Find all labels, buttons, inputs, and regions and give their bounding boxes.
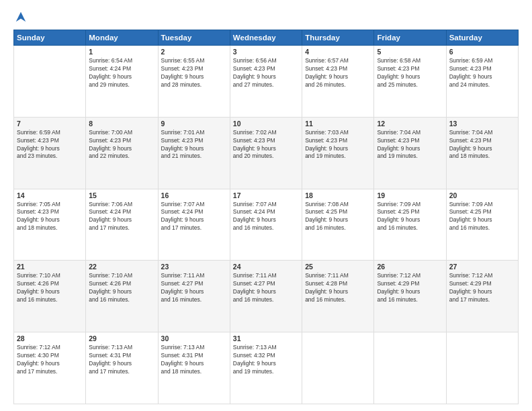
calendar-cell: 6Sunrise: 6:59 AM Sunset: 4:23 PM Daylig… [446, 46, 518, 118]
weekday-header-monday: Monday [86, 30, 158, 46]
day-number: 12 [377, 120, 443, 128]
calendar-cell: 5Sunrise: 6:58 AM Sunset: 4:23 PM Daylig… [374, 46, 446, 118]
calendar-cell: 28Sunrise: 7:12 AM Sunset: 4:30 PM Dayli… [14, 332, 86, 404]
day-number: 22 [89, 263, 154, 271]
day-number: 25 [305, 263, 371, 271]
calendar-cell: 10Sunrise: 7:02 AM Sunset: 4:23 PM Dayli… [230, 117, 302, 189]
calendar-cell: 31Sunrise: 7:13 AM Sunset: 4:32 PM Dayli… [230, 332, 302, 404]
day-info: Sunrise: 6:58 AM Sunset: 4:23 PM Dayligh… [377, 57, 443, 89]
calendar-cell: 16Sunrise: 7:07 AM Sunset: 4:24 PM Dayli… [158, 189, 230, 261]
calendar-cell: 1Sunrise: 6:54 AM Sunset: 4:24 PM Daylig… [86, 46, 158, 118]
day-info: Sunrise: 7:10 AM Sunset: 4:26 PM Dayligh… [17, 272, 83, 304]
day-info: Sunrise: 7:13 AM Sunset: 4:31 PM Dayligh… [89, 344, 154, 376]
calendar-body: 1Sunrise: 6:54 AM Sunset: 4:24 PM Daylig… [14, 46, 519, 404]
calendar-cell: 15Sunrise: 7:06 AM Sunset: 4:24 PM Dayli… [86, 189, 158, 261]
day-info: Sunrise: 7:12 AM Sunset: 4:29 PM Dayligh… [449, 272, 515, 304]
day-number: 14 [17, 191, 83, 199]
day-info: Sunrise: 6:54 AM Sunset: 4:24 PM Dayligh… [89, 57, 154, 89]
day-number: 9 [161, 120, 227, 128]
calendar-cell [446, 332, 518, 404]
logo-row [13, 11, 27, 23]
day-number: 27 [449, 263, 515, 271]
day-info: Sunrise: 7:06 AM Sunset: 4:24 PM Dayligh… [89, 201, 154, 233]
day-number: 16 [161, 191, 227, 199]
calendar-cell: 18Sunrise: 7:08 AM Sunset: 4:25 PM Dayli… [302, 189, 374, 261]
day-number: 17 [233, 191, 299, 199]
week-row-1: 7Sunrise: 6:59 AM Sunset: 4:23 PM Daylig… [14, 117, 519, 189]
calendar-cell: 30Sunrise: 7:13 AM Sunset: 4:31 PM Dayli… [158, 332, 230, 404]
day-number: 31 [233, 334, 299, 342]
weekday-header-saturday: Saturday [446, 30, 518, 46]
calendar-cell: 3Sunrise: 6:56 AM Sunset: 4:23 PM Daylig… [230, 46, 302, 118]
day-info: Sunrise: 7:12 AM Sunset: 4:30 PM Dayligh… [17, 344, 83, 376]
day-info: Sunrise: 7:11 AM Sunset: 4:28 PM Dayligh… [305, 272, 371, 304]
calendar-cell: 21Sunrise: 7:10 AM Sunset: 4:26 PM Dayli… [14, 261, 86, 332]
day-number: 18 [305, 191, 371, 199]
day-number: 3 [233, 48, 299, 56]
day-number: 4 [305, 48, 371, 56]
day-info: Sunrise: 7:05 AM Sunset: 4:23 PM Dayligh… [17, 201, 83, 233]
calendar-cell: 4Sunrise: 6:57 AM Sunset: 4:23 PM Daylig… [302, 46, 374, 118]
calendar-cell: 22Sunrise: 7:10 AM Sunset: 4:26 PM Dayli… [86, 261, 158, 332]
calendar-cell: 19Sunrise: 7:09 AM Sunset: 4:25 PM Dayli… [374, 189, 446, 261]
day-info: Sunrise: 6:59 AM Sunset: 4:23 PM Dayligh… [449, 57, 515, 89]
day-number: 26 [377, 263, 443, 271]
calendar-cell: 17Sunrise: 7:07 AM Sunset: 4:24 PM Dayli… [230, 189, 302, 261]
week-row-3: 21Sunrise: 7:10 AM Sunset: 4:26 PM Dayli… [14, 261, 519, 332]
day-info: Sunrise: 7:02 AM Sunset: 4:23 PM Dayligh… [233, 129, 299, 161]
calendar-cell: 8Sunrise: 7:00 AM Sunset: 4:23 PM Daylig… [86, 117, 158, 189]
day-info: Sunrise: 7:13 AM Sunset: 4:32 PM Dayligh… [233, 344, 299, 376]
calendar-cell: 9Sunrise: 7:01 AM Sunset: 4:23 PM Daylig… [158, 117, 230, 189]
day-number: 5 [377, 48, 443, 56]
day-info: Sunrise: 7:11 AM Sunset: 4:27 PM Dayligh… [161, 272, 227, 304]
day-number: 24 [233, 263, 299, 271]
calendar-cell: 27Sunrise: 7:12 AM Sunset: 4:29 PM Dayli… [446, 261, 518, 332]
weekday-row: SundayMondayTuesdayWednesdayThursdayFrid… [14, 30, 519, 46]
calendar-cell: 25Sunrise: 7:11 AM Sunset: 4:28 PM Dayli… [302, 261, 374, 332]
day-info: Sunrise: 7:03 AM Sunset: 4:23 PM Dayligh… [305, 129, 371, 161]
weekday-header-wednesday: Wednesday [230, 30, 302, 46]
day-number: 28 [17, 334, 83, 342]
day-info: Sunrise: 7:04 AM Sunset: 4:23 PM Dayligh… [449, 129, 515, 161]
logo [13, 11, 27, 23]
week-row-4: 28Sunrise: 7:12 AM Sunset: 4:30 PM Dayli… [14, 332, 519, 404]
day-info: Sunrise: 7:09 AM Sunset: 4:25 PM Dayligh… [377, 201, 443, 233]
calendar-cell: 24Sunrise: 7:11 AM Sunset: 4:27 PM Dayli… [230, 261, 302, 332]
calendar-cell: 13Sunrise: 7:04 AM Sunset: 4:23 PM Dayli… [446, 117, 518, 189]
day-info: Sunrise: 7:12 AM Sunset: 4:29 PM Dayligh… [377, 272, 443, 304]
calendar-cell [302, 332, 374, 404]
calendar-cell [374, 332, 446, 404]
calendar-cell: 14Sunrise: 7:05 AM Sunset: 4:23 PM Dayli… [14, 189, 86, 261]
day-info: Sunrise: 7:07 AM Sunset: 4:24 PM Dayligh… [233, 201, 299, 233]
logo-arrow-icon [15, 11, 27, 23]
calendar-cell: 26Sunrise: 7:12 AM Sunset: 4:29 PM Dayli… [374, 261, 446, 332]
weekday-header-friday: Friday [374, 30, 446, 46]
day-info: Sunrise: 7:08 AM Sunset: 4:25 PM Dayligh… [305, 201, 371, 233]
day-number: 30 [161, 334, 227, 342]
day-info: Sunrise: 7:01 AM Sunset: 4:23 PM Dayligh… [161, 129, 227, 161]
calendar-cell: 7Sunrise: 6:59 AM Sunset: 4:23 PM Daylig… [14, 117, 86, 189]
calendar-table: SundayMondayTuesdayWednesdayThursdayFrid… [13, 30, 519, 404]
svg-marker-0 [16, 12, 26, 21]
day-info: Sunrise: 6:59 AM Sunset: 4:23 PM Dayligh… [17, 129, 83, 161]
day-number: 6 [449, 48, 515, 56]
header [13, 11, 519, 23]
calendar-header: SundayMondayTuesdayWednesdayThursdayFrid… [14, 30, 519, 46]
day-number: 1 [89, 48, 154, 56]
weekday-header-sunday: Sunday [14, 30, 86, 46]
day-number: 10 [233, 120, 299, 128]
day-number: 8 [89, 120, 154, 128]
calendar-cell: 11Sunrise: 7:03 AM Sunset: 4:23 PM Dayli… [302, 117, 374, 189]
day-info: Sunrise: 7:04 AM Sunset: 4:23 PM Dayligh… [377, 129, 443, 161]
day-info: Sunrise: 6:57 AM Sunset: 4:23 PM Dayligh… [305, 57, 371, 89]
day-number: 7 [17, 120, 83, 128]
day-info: Sunrise: 7:10 AM Sunset: 4:26 PM Dayligh… [89, 272, 154, 304]
day-number: 21 [17, 263, 83, 271]
day-number: 23 [161, 263, 227, 271]
calendar-cell: 2Sunrise: 6:55 AM Sunset: 4:23 PM Daylig… [158, 46, 230, 118]
week-row-2: 14Sunrise: 7:05 AM Sunset: 4:23 PM Dayli… [14, 189, 519, 261]
day-number: 11 [305, 120, 371, 128]
day-info: Sunrise: 7:11 AM Sunset: 4:27 PM Dayligh… [233, 272, 299, 304]
calendar-cell [14, 46, 86, 118]
day-info: Sunrise: 7:07 AM Sunset: 4:24 PM Dayligh… [161, 201, 227, 233]
